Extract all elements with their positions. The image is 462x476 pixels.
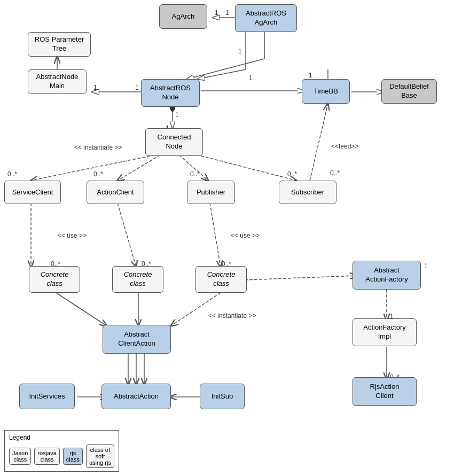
abstract-action-node: AbstractAction	[101, 384, 171, 409]
svg-text:0..*: 0..*	[330, 169, 340, 177]
svg-text:1: 1	[424, 262, 428, 270]
abstractros-node-label: AbstractROS Node	[150, 84, 191, 102]
svg-text:<< use >>: << use >>	[231, 232, 260, 239]
publisher-node: Publisher	[187, 181, 235, 204]
legend-class-of-soft: class of soft using rjs	[86, 444, 114, 468]
abstractros-agarch-node: AbstractROS AgArch	[235, 4, 297, 32]
abstractnode-main-node: AbstractNode Main	[28, 69, 87, 94]
svg-text:0..*: 0..*	[7, 170, 17, 178]
diagram: 1 1 1 1 1 1 1 0..* 0..* 0..* 0..* 0..* <…	[0, 0, 462, 476]
svg-text:0..*: 0..*	[287, 170, 297, 178]
svg-text:1: 1	[135, 84, 139, 91]
ros-param-tree-label: ROS Parameter Tree	[35, 35, 84, 53]
svg-line-17	[179, 155, 208, 181]
concrete-class-1-node: Concrete class	[29, 266, 80, 293]
svg-text:1: 1	[93, 84, 97, 91]
connected-node-node: Connected Node	[145, 128, 203, 156]
subscriber-node: Subscriber	[279, 181, 336, 204]
legend-title: Legend	[9, 434, 114, 441]
concrete-class-1-label: Concrete class	[41, 270, 69, 288]
concrete-class-3-label: Concrete class	[207, 270, 236, 288]
svg-line-18	[187, 152, 296, 181]
rjs-action-client-node: RjsAction Client	[353, 377, 417, 406]
action-client-node: ActionClient	[87, 181, 144, 204]
svg-text:1: 1	[238, 48, 242, 55]
abstractros-node-node: AbstractROS Node	[141, 79, 200, 107]
legend-jason-class: Jason class	[9, 448, 31, 465]
service-client-node: ServiceClient	[4, 181, 61, 204]
svg-line-21	[118, 203, 136, 267]
legend-rjs-class: rjs class	[63, 448, 83, 465]
svg-text:0..*: 0..*	[190, 170, 200, 178]
concrete-class-2-label: Concrete class	[124, 270, 152, 288]
agarch-node: AgArch	[159, 4, 207, 29]
action-factory-impl-label: ActionFactory Impl	[363, 323, 405, 341]
svg-line-33	[245, 276, 357, 280]
publisher-label: Publisher	[197, 188, 225, 197]
abstract-client-action-node: Abstract ClientAction	[103, 325, 171, 354]
svg-line-15	[31, 155, 155, 181]
svg-line-16	[118, 155, 160, 181]
abstract-action-label: AbstractAction	[114, 392, 159, 401]
svg-text:1: 1	[249, 74, 253, 82]
svg-text:<< instantiate >>: << instantiate >>	[74, 144, 122, 151]
init-sub-label: InitSub	[212, 392, 233, 401]
init-sub-node: InitSub	[200, 384, 245, 409]
svg-text:<< use >>: << use >>	[58, 232, 87, 239]
concrete-class-3-node: Concrete class	[195, 266, 247, 293]
svg-text:<<feed>>: <<feed>>	[331, 143, 358, 150]
abstractros-agarch-label: AbstractROS AgArch	[246, 9, 286, 27]
svg-line-8	[198, 69, 246, 79]
svg-line-23	[56, 293, 107, 326]
svg-text:1: 1	[215, 9, 218, 17]
defaultbelief-base-node: DefaultBelief Base	[381, 79, 437, 104]
svg-text:0..*: 0..*	[93, 170, 103, 178]
svg-text:1: 1	[225, 9, 229, 17]
abstractnode-main-label: AbstractNode Main	[36, 73, 79, 91]
legend-rosjava-class: rosjava class	[34, 448, 59, 465]
action-client-label: ActionClient	[97, 188, 134, 197]
svg-text:1: 1	[309, 72, 312, 79]
abstract-action-factory-label: Abstract ActionFactory	[365, 266, 408, 284]
ros-param-tree-node: ROS Parameter Tree	[28, 32, 91, 57]
abstract-client-action-label: Abstract ClientAction	[118, 330, 155, 348]
abstract-action-factory-node: Abstract ActionFactory	[353, 261, 421, 290]
timebb-label: TimeBB	[314, 87, 338, 96]
service-client-label: ServiceClient	[12, 188, 53, 197]
concrete-class-2-node: Concrete class	[112, 266, 163, 293]
svg-line-19	[310, 104, 328, 181]
init-services-node: InitServices	[19, 384, 75, 409]
action-factory-impl-node: ActionFactory Impl	[353, 318, 417, 346]
connected-node-label: Connected Node	[158, 133, 191, 151]
timebb-node: TimeBB	[302, 79, 350, 104]
svg-line-25	[171, 293, 221, 326]
agarch-label: AgArch	[172, 12, 195, 21]
svg-line-22	[210, 203, 221, 267]
legend-items: Jason class rosjava class rjs class clas…	[9, 444, 114, 468]
legend: Legend Jason class rosjava class rjs cla…	[4, 430, 119, 472]
svg-text:<< instantiate >>: << instantiate >>	[208, 312, 256, 319]
rjs-action-client-label: RjsAction Client	[370, 383, 400, 401]
svg-text:1: 1	[175, 111, 179, 118]
subscriber-label: Subscriber	[291, 188, 324, 197]
init-services-label: InitServices	[29, 392, 65, 401]
svg-line-6	[187, 59, 264, 79]
defaultbelief-base-label: DefaultBelief Base	[389, 82, 429, 100]
